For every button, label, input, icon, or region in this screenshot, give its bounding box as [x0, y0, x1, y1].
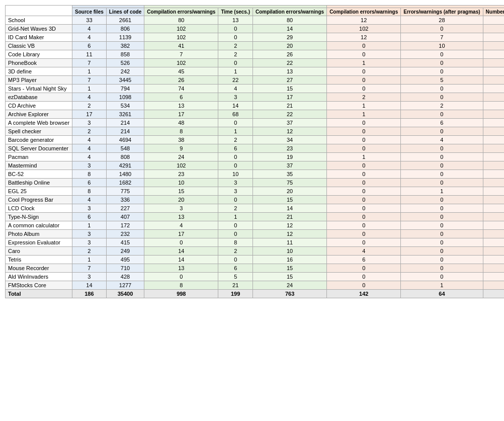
vbm-cell: 1	[327, 153, 401, 161]
vb6-cell: 415	[106, 238, 144, 247]
vbm-cell: 0	[483, 144, 504, 153]
upgrade-cell: 13	[218, 16, 253, 25]
vbm-cell: 6	[401, 119, 483, 127]
upgrade-cell: 9	[144, 144, 218, 153]
vbm-cell: 0	[327, 196, 401, 204]
table-row: Barcode generator44694382340404213	[6, 136, 505, 144]
code-sample-name: Expression Evaluator	[6, 238, 72, 247]
vbm-cell: 0	[483, 50, 504, 59]
vb6-cell: 1	[72, 221, 107, 230]
upgrade-cell: 26	[144, 76, 218, 85]
code-sample-name: Battleship Online	[6, 179, 72, 187]
vbm-cell: 0	[401, 196, 483, 204]
vb6-cell: 2	[72, 102, 107, 110]
vb6-cell: 3	[72, 230, 107, 238]
vb6-cell: 232	[106, 230, 144, 238]
upgrade-cell: 13	[144, 213, 218, 221]
totals-row: Total 186 35400 998 199 763 142 64 0 64 …	[6, 290, 505, 298]
table-row: 3D define124245113000005	[6, 67, 505, 76]
vbm-cell: 0	[327, 179, 401, 187]
upgrade-cell: 12	[253, 230, 327, 238]
vb6-cell: 382	[106, 42, 144, 50]
code-sample-name: PhoneBook	[6, 59, 72, 67]
vbm-cell: 0	[401, 25, 483, 33]
vb6-cell: 407	[106, 213, 144, 221]
vbm-cell: 0	[401, 153, 483, 161]
upgrade-cell: 37	[253, 161, 327, 170]
vbm-cell: 0	[401, 256, 483, 264]
upgrade-cell: 13	[144, 102, 218, 110]
code-sample-name: Cool Progress Bar	[6, 196, 72, 204]
code-sample-name: ezDatabase	[6, 93, 72, 102]
vb6-cell: 2	[72, 247, 107, 256]
vbm-cell: 0	[327, 230, 401, 238]
vbm-cell: 0	[483, 170, 504, 179]
upgrade-cell: 1	[218, 127, 253, 136]
upgrade-cell: 0	[218, 25, 253, 33]
vb6-cell: 336	[106, 196, 144, 204]
upgrade-cell: 80	[144, 16, 218, 25]
vbm-cell: 0	[327, 238, 401, 247]
table-row: Photo Album323217012000003	[6, 230, 505, 238]
upgrade-cell: 26	[253, 50, 327, 59]
upgrade-cell: 0	[218, 221, 253, 230]
code-sample-name: Code Library	[6, 50, 72, 59]
vbm-cell: 1	[401, 281, 483, 290]
code-sample-name: CD Archive	[6, 102, 72, 110]
table-row: MP3 Player73445262227050536	[6, 76, 505, 85]
upgrade-cell: 14	[253, 204, 327, 213]
vbm-cell: 0	[483, 153, 504, 161]
upgrade-cell: 2	[218, 50, 253, 59]
vbm-cell: 0	[401, 213, 483, 221]
upgrade-cell: 4	[144, 221, 218, 230]
code-sample-header	[6, 6, 72, 16]
vbm-cell: 12	[327, 16, 401, 25]
vb6-cell: 534	[106, 102, 144, 110]
vb6-cell: 428	[106, 273, 144, 281]
vb6-cell: 4	[72, 136, 107, 144]
vbm-cell: 0	[401, 273, 483, 281]
upgrade-cell: 35	[253, 170, 327, 179]
vb6-lines-of-code-header: Lines of code	[106, 8, 144, 16]
upgrade-cell: 74	[144, 85, 218, 93]
vbm-cell: 0	[327, 136, 401, 144]
vbm-cell: 0	[327, 50, 401, 59]
table-row: A complete Web browser3214480370606022	[6, 119, 505, 127]
upgrade-cell: 14	[218, 102, 253, 110]
vbm-cell: 1	[401, 187, 483, 196]
table-row: Archive Explorer173261176822100017	[6, 110, 505, 119]
vbm-cell: 0	[483, 213, 504, 221]
table-row: BC-52814802310350000136	[6, 170, 505, 179]
vbm-cell: 1	[327, 110, 401, 119]
vbm-cell: 0	[327, 76, 401, 85]
vbm-cell: 0	[483, 102, 504, 110]
code-sample-name: A common calculator	[6, 221, 72, 230]
code-sample-name: Tetris	[6, 256, 72, 264]
vb6-cell: 2	[72, 127, 107, 136]
table-row: Cool Progress Bar433620015000093	[6, 196, 505, 204]
vb6-cell: 6	[72, 42, 107, 50]
vbm-cell: 0	[327, 204, 401, 213]
upgrade-cell: 12	[253, 221, 327, 230]
vb6-cell: 1480	[106, 170, 144, 179]
upgrade-cell: 102	[144, 25, 218, 33]
upgrade-cell: 24	[144, 153, 218, 161]
upgrade-cell: 21	[218, 281, 253, 290]
upgrade-cell: 21	[253, 102, 327, 110]
table-row: Pacman4808240191000124	[6, 153, 505, 161]
vbm-cell: 0	[483, 33, 504, 42]
upgrade-cell: 8	[144, 127, 218, 136]
vbm-cell: 0	[327, 264, 401, 273]
vb6-cell: 1139	[106, 33, 144, 42]
vbm-cell: 0	[327, 119, 401, 127]
upgrade-cell: 5	[218, 273, 253, 281]
upgrade-cell: 0	[218, 256, 253, 264]
vbm-cell: 0	[483, 196, 504, 204]
upgrade-cell: 10	[253, 247, 327, 256]
vb6-cell: 808	[106, 153, 144, 161]
upgrade-cell: 3	[144, 204, 218, 213]
upgrade-cell: 6	[218, 264, 253, 273]
table-row: Caro224914210400013	[6, 247, 505, 256]
vb6-cell: 4694	[106, 136, 144, 144]
upgrade-cell: 20	[253, 42, 327, 50]
